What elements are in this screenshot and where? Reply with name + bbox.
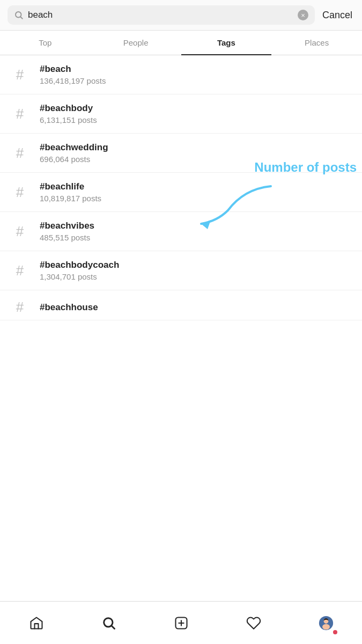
tag-name: #beach [40, 64, 106, 75]
tag-item[interactable]: # #beachbody 6,131,151 posts [0, 94, 362, 134]
hash-icon: # [10, 223, 30, 240]
search-input[interactable] [28, 10, 293, 20]
tag-name: #beachbodycoach [40, 260, 119, 270]
tag-item[interactable]: # #beachbodycoach 1,304,701 posts [0, 251, 362, 290]
svg-point-10 [322, 624, 330, 630]
tag-item[interactable]: # #beachvibes 485,515 posts [0, 212, 362, 251]
hash-icon: # [10, 106, 30, 122]
tag-info: #beachhouse [40, 302, 98, 313]
search-bar: × Cancel [0, 0, 362, 31]
svg-line-4 [112, 626, 114, 628]
search-nav-icon [101, 616, 116, 631]
tag-name: #beachbody [40, 103, 97, 114]
hash-icon: # [10, 67, 30, 83]
tag-count: 136,418,197 posts [40, 76, 106, 85]
tabs-bar: Top People Tags Places [0, 31, 362, 55]
tag-item[interactable]: # #beach 136,418,197 posts [0, 55, 362, 94]
nav-search[interactable] [95, 610, 122, 636]
nav-profile[interactable] [313, 610, 339, 636]
hash-icon: # [10, 184, 30, 201]
search-input-wrapper: × [8, 5, 315, 25]
tag-name: #beachwedding [40, 142, 108, 153]
cancel-button[interactable]: Cancel [320, 10, 354, 21]
tag-item[interactable]: # #beachhouse [0, 290, 362, 320]
nav-activity[interactable] [240, 610, 267, 636]
tag-item[interactable]: # #beachlife 10,819,817 posts [0, 173, 362, 212]
nav-add[interactable] [168, 610, 195, 636]
hash-icon: # [10, 299, 30, 316]
notification-dot [333, 630, 337, 634]
hash-icon: # [10, 145, 30, 162]
add-icon [174, 616, 189, 631]
tag-name: #beachlife [40, 181, 101, 192]
profile-avatar [319, 616, 334, 631]
search-icon [14, 10, 24, 20]
tag-info: #beachbody 6,131,151 posts [40, 103, 97, 125]
tag-count: 6,131,151 posts [40, 115, 97, 125]
tag-info: #beachwedding 696,064 posts [40, 142, 108, 164]
tab-places[interactable]: Places [271, 31, 362, 55]
nav-home[interactable] [23, 610, 50, 636]
tag-info: #beachlife 10,819,817 posts [40, 181, 101, 203]
tag-count: 1,304,701 posts [40, 272, 119, 281]
tag-count: 696,064 posts [40, 155, 108, 164]
tag-count: 485,515 posts [40, 233, 94, 242]
heart-icon [246, 616, 261, 631]
tag-info: #beachbodycoach 1,304,701 posts [40, 260, 119, 281]
clear-search-button[interactable]: × [298, 10, 308, 20]
tag-item[interactable]: # #beachwedding 696,064 posts [0, 134, 362, 173]
tag-info: #beach 136,418,197 posts [40, 64, 106, 85]
tab-top[interactable]: Top [0, 31, 91, 55]
tag-count: 10,819,817 posts [40, 194, 101, 203]
tag-list: Number of posts # #beach 136,418,197 pos… [0, 55, 362, 320]
hash-icon: # [10, 262, 30, 279]
tab-tags[interactable]: Tags [181, 31, 272, 55]
tag-name: #beachvibes [40, 221, 94, 231]
bottom-nav [0, 601, 362, 644]
svg-line-1 [20, 17, 22, 18]
home-icon [29, 616, 44, 631]
tag-name: #beachhouse [40, 302, 98, 313]
tab-people[interactable]: People [91, 31, 181, 55]
tag-info: #beachvibes 485,515 posts [40, 221, 94, 242]
